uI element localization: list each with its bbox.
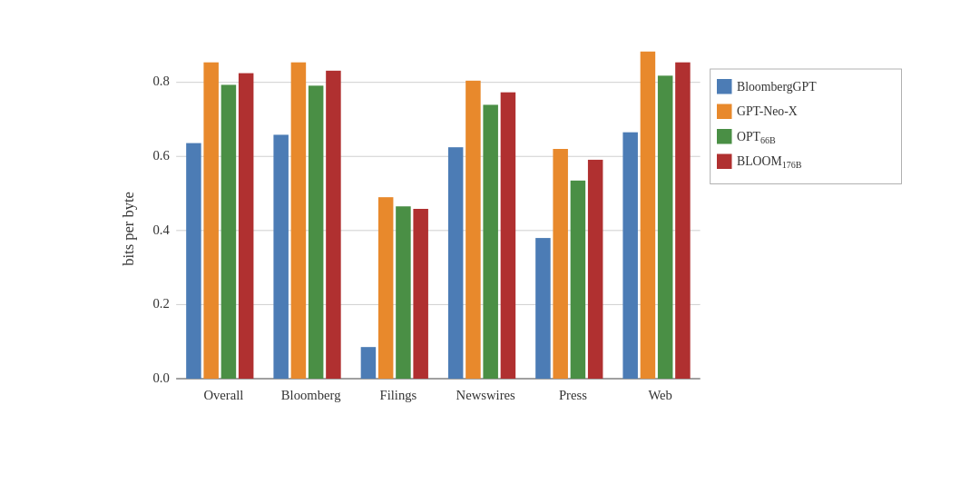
bar-bloomberg-bloomberggpt bbox=[273, 134, 289, 379]
x-label-web: Web bbox=[648, 388, 672, 402]
bar-overall-bloom bbox=[239, 74, 254, 379]
x-label-filings: Filings bbox=[380, 388, 417, 402]
chart-svg: bits per byte 0.0 0.2 0.4 0.6 0.8 bbox=[86, 29, 948, 429]
bar-press-opt bbox=[571, 181, 586, 379]
legend-color-bloom bbox=[717, 154, 732, 170]
legend-color-opt bbox=[717, 129, 732, 144]
bar-filings-bloomberggpt bbox=[361, 347, 377, 379]
bar-bloomberg-gptneox bbox=[291, 63, 307, 379]
bar-overall-opt bbox=[221, 84, 237, 379]
x-label-press: Press bbox=[559, 388, 587, 402]
bar-newswires-gptneox bbox=[466, 81, 481, 379]
legend-label-bloom: BLOOM176B bbox=[737, 154, 802, 170]
legend-label-opt: OPT66B bbox=[737, 130, 776, 145]
x-label-bloomberg: Bloomberg bbox=[281, 388, 341, 402]
legend-color-gptneox bbox=[717, 104, 732, 120]
bar-overall-gptneox bbox=[203, 63, 219, 379]
bar-web-bloom bbox=[675, 63, 691, 379]
bar-newswires-bloomberggpt bbox=[448, 147, 464, 379]
y-tick-02: 0.2 bbox=[153, 296, 170, 311]
bar-newswires-bloom bbox=[501, 93, 516, 379]
y-tick-08: 0.8 bbox=[153, 74, 170, 88]
legend-label-bloomberggpt: BloombergGPT bbox=[737, 80, 817, 94]
x-label-newswires: Newswires bbox=[456, 388, 515, 402]
legend-color-bloomberggpt bbox=[717, 79, 732, 94]
bar-filings-gptneox bbox=[378, 197, 394, 379]
bar-press-gptneox bbox=[553, 149, 568, 379]
bar-web-opt bbox=[658, 75, 673, 379]
chart-container: bits per byte 0.0 0.2 0.4 0.6 0.8 bbox=[14, 11, 966, 483]
y-tick-06: 0.6 bbox=[153, 148, 170, 163]
legend-label-gptneox: GPT-Neo-X bbox=[737, 104, 798, 118]
bar-press-bloomberggpt bbox=[535, 238, 551, 379]
bar-bloomberg-bloom bbox=[326, 71, 341, 379]
y-tick-04: 0.4 bbox=[153, 222, 171, 237]
bar-filings-bloom bbox=[413, 209, 428, 379]
bar-bloomberg-opt bbox=[309, 85, 323, 379]
y-axis-label: bits per byte bbox=[120, 192, 137, 266]
bar-newswires-opt bbox=[483, 104, 498, 379]
x-label-overall: Overall bbox=[203, 388, 243, 402]
bar-web-gptneox bbox=[641, 52, 656, 379]
bar-press-bloom bbox=[588, 160, 603, 379]
bar-web-bloomberggpt bbox=[622, 133, 638, 379]
y-tick-0: 0.0 bbox=[153, 370, 170, 385]
bar-overall-bloomberggpt bbox=[186, 143, 201, 379]
bar-filings-opt bbox=[396, 206, 411, 379]
